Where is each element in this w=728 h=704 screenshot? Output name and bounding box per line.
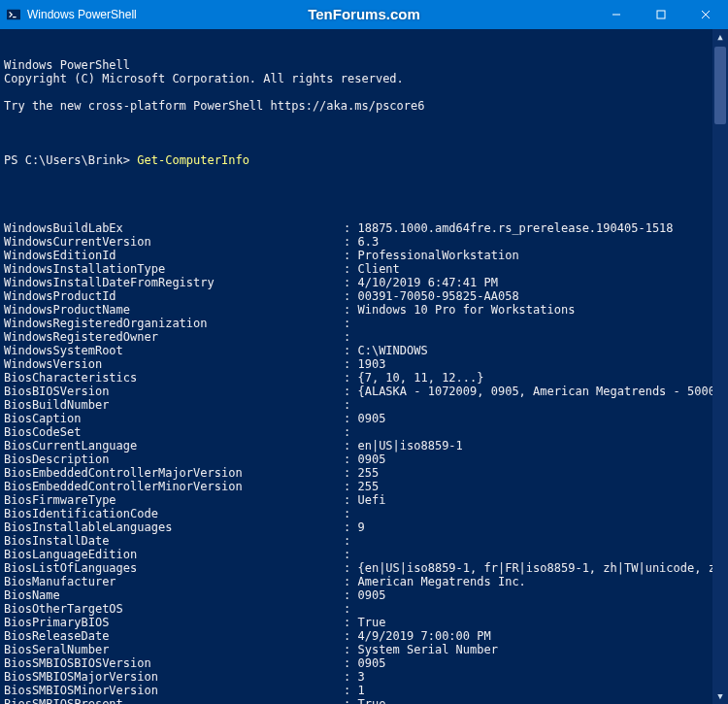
vertical-scrollbar[interactable]: ▲ ▼ bbox=[712, 29, 728, 704]
property-value: 00391-70050-95825-AA058 bbox=[357, 289, 724, 303]
property-row: BiosName: 0905 bbox=[4, 588, 724, 602]
property-key: WindowsBuildLabEx bbox=[4, 221, 344, 235]
property-value: Uefi bbox=[357, 493, 724, 507]
property-value: 255 bbox=[357, 480, 724, 493]
property-row: BiosDescription: 0905 bbox=[4, 453, 724, 466]
property-separator: : bbox=[344, 575, 357, 588]
property-key: WindowsRegisteredOrganization bbox=[4, 317, 344, 330]
property-value: 1 bbox=[357, 684, 724, 697]
property-separator: : bbox=[344, 561, 357, 575]
property-key: BiosSMBIOSBIOSVersion bbox=[4, 656, 344, 670]
property-separator: : bbox=[344, 480, 357, 493]
maximize-button[interactable] bbox=[639, 0, 683, 29]
header-line: Try the new cross-platform PowerShell ht… bbox=[4, 99, 724, 113]
property-value: 4/9/2019 7:00:00 PM bbox=[357, 629, 724, 643]
property-row: BiosOtherTargetOS: bbox=[4, 602, 724, 616]
property-key: BiosSMBIOSMinorVersion bbox=[4, 684, 344, 697]
scrollbar-thumb[interactable] bbox=[714, 47, 726, 124]
property-value: {7, 10, 11, 12...} bbox=[357, 371, 724, 385]
property-value: American Megatrends Inc. bbox=[357, 575, 724, 588]
header-line bbox=[4, 113, 724, 126]
property-separator: : bbox=[344, 670, 357, 684]
property-key: BiosManufacturer bbox=[4, 575, 344, 588]
property-key: WindowsProductName bbox=[4, 303, 344, 317]
property-row: BiosCurrentLanguage: en|US|iso8859-1 bbox=[4, 439, 724, 453]
property-row: BiosSeralNumber: System Serial Number bbox=[4, 643, 724, 656]
scroll-up-arrow[interactable]: ▲ bbox=[712, 29, 728, 45]
svg-rect-3 bbox=[657, 11, 665, 18]
property-separator: : bbox=[344, 453, 357, 466]
prompt-line: PS C:\Users\Brink> Get-ComputerInfo bbox=[4, 153, 724, 167]
property-value: {ALASKA - 1072009, 0905, American Megatr… bbox=[357, 385, 728, 398]
property-separator: : bbox=[344, 534, 357, 548]
property-value: 255 bbox=[357, 466, 724, 480]
minimize-button[interactable] bbox=[594, 0, 639, 29]
property-separator: : bbox=[344, 289, 357, 303]
property-value bbox=[357, 425, 724, 439]
property-key: BiosBIOSVersion bbox=[4, 385, 344, 398]
property-row: BiosInstallableLanguages: 9 bbox=[4, 520, 724, 534]
property-separator: : bbox=[344, 629, 357, 643]
property-separator: : bbox=[344, 602, 357, 616]
property-row: WindowsRegisteredOrganization: bbox=[4, 317, 724, 330]
property-separator: : bbox=[344, 276, 357, 289]
property-row: BiosCharacteristics: {7, 10, 11, 12...} bbox=[4, 371, 724, 385]
property-key: BiosLanguageEdition bbox=[4, 548, 344, 561]
property-key: WindowsSystemRoot bbox=[4, 344, 344, 357]
property-separator: : bbox=[344, 221, 357, 235]
property-row: BiosSMBIOSPresent: True bbox=[4, 697, 724, 704]
app-window: Windows PowerShell Windows PowerShellCop… bbox=[0, 0, 728, 704]
property-value: 0905 bbox=[357, 656, 724, 670]
property-value: System Serial Number bbox=[357, 643, 724, 656]
header-line bbox=[4, 85, 724, 99]
property-key: BiosCharacteristics bbox=[4, 371, 344, 385]
property-separator: : bbox=[344, 507, 357, 520]
property-separator: : bbox=[344, 344, 357, 357]
property-row: BiosSMBIOSBIOSVersion: 0905 bbox=[4, 656, 724, 670]
property-separator: : bbox=[344, 588, 357, 602]
property-value bbox=[357, 534, 724, 548]
property-value: {en|US|iso8859-1, fr|FR|iso8859-1, zh|TW… bbox=[357, 561, 728, 575]
property-row: BiosManufacturer: American Megatrends In… bbox=[4, 575, 724, 588]
property-key: BiosCodeSet bbox=[4, 425, 344, 439]
property-row: BiosCaption: 0905 bbox=[4, 412, 724, 425]
svg-rect-0 bbox=[7, 10, 20, 20]
property-key: BiosSMBIOSPresent bbox=[4, 697, 344, 704]
property-separator: : bbox=[344, 330, 357, 344]
property-separator: : bbox=[344, 697, 357, 704]
scroll-down-arrow[interactable]: ▼ bbox=[712, 688, 728, 704]
property-row: WindowsEditionId: ProfessionalWorkstatio… bbox=[4, 249, 724, 262]
property-value bbox=[357, 398, 724, 412]
property-key: BiosIdentificationCode bbox=[4, 507, 344, 520]
property-separator: : bbox=[344, 371, 357, 385]
property-key: BiosFirmwareType bbox=[4, 493, 344, 507]
property-row: WindowsInstallDateFromRegistry: 4/10/201… bbox=[4, 276, 724, 289]
close-button[interactable] bbox=[683, 0, 728, 29]
property-separator: : bbox=[344, 520, 357, 534]
header-line: Copyright (C) Microsoft Corporation. All… bbox=[4, 72, 724, 85]
property-key: BiosInstallableLanguages bbox=[4, 520, 344, 534]
property-key: BiosCaption bbox=[4, 412, 344, 425]
property-list: WindowsBuildLabEx: 18875.1000.amd64fre.r… bbox=[4, 221, 724, 704]
terminal-output[interactable]: Windows PowerShellCopyright (C) Microsof… bbox=[0, 29, 728, 704]
property-key: BiosPrimaryBIOS bbox=[4, 616, 344, 629]
property-value: 3 bbox=[357, 670, 724, 684]
property-value: 18875.1000.amd64fre.rs_prerelease.190405… bbox=[357, 221, 724, 235]
property-key: WindowsProductId bbox=[4, 289, 344, 303]
property-key: BiosInstallDate bbox=[4, 534, 344, 548]
property-row: BiosEmbeddedControllerMinorVersion: 255 bbox=[4, 480, 724, 493]
property-separator: : bbox=[344, 249, 357, 262]
property-value: 6.3 bbox=[357, 235, 724, 249]
property-key: BiosListOfLanguages bbox=[4, 561, 344, 575]
titlebar[interactable]: Windows PowerShell bbox=[0, 0, 728, 29]
property-value: ProfessionalWorkstation bbox=[357, 249, 724, 262]
property-row: BiosIdentificationCode: bbox=[4, 507, 724, 520]
property-value: True bbox=[357, 697, 724, 704]
property-value: 4/10/2019 6:47:41 PM bbox=[357, 276, 724, 289]
property-separator: : bbox=[344, 493, 357, 507]
property-row: WindowsBuildLabEx: 18875.1000.amd64fre.r… bbox=[4, 221, 724, 235]
property-key: WindowsCurrentVersion bbox=[4, 235, 344, 249]
property-row: WindowsCurrentVersion: 6.3 bbox=[4, 235, 724, 249]
property-key: WindowsRegisteredOwner bbox=[4, 330, 344, 344]
property-row: BiosSMBIOSMajorVersion: 3 bbox=[4, 670, 724, 684]
